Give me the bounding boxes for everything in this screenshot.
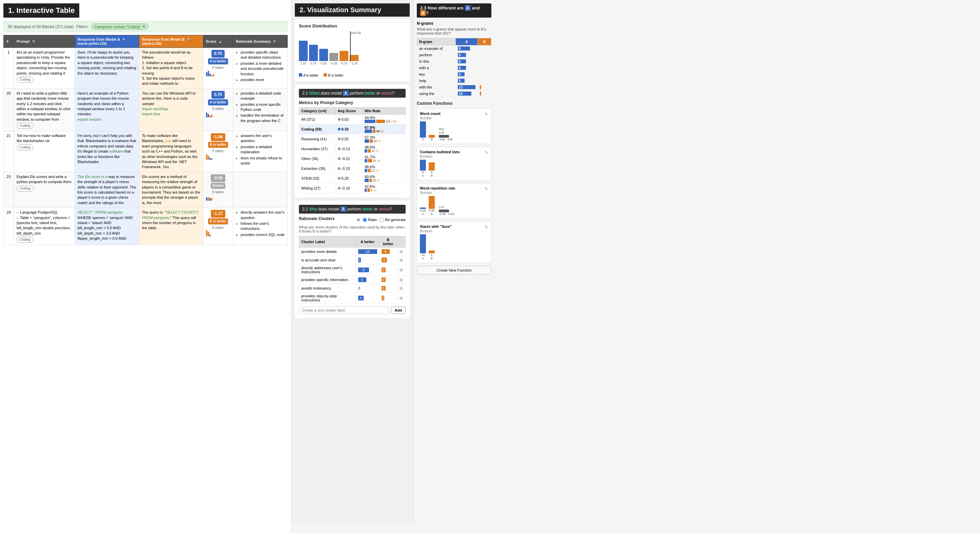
category-tag[interactable]: Coding bbox=[17, 185, 33, 191]
section-2-1-card: 2.1 When does model A perform better or … bbox=[295, 85, 410, 197]
cluster-a-3: 8 bbox=[356, 265, 379, 276]
edit-icon-word-rep[interactable]: ✎ bbox=[485, 186, 488, 191]
edit-icon-bulleted[interactable]: ✎ bbox=[485, 150, 488, 155]
ngram-a-val: 5 bbox=[456, 71, 478, 78]
metrics-row-coding[interactable]: Coding (59) 0.33 67.8% 34 13 bbox=[299, 124, 406, 134]
th-win-rate: Win Rate bbox=[362, 107, 405, 115]
metrics-row-all[interactable]: All (371) 0.03 54.4% 161 128 bbox=[299, 115, 406, 124]
metrics-row-stem[interactable]: STEM (33) 0.20 60.6% 18 11 bbox=[299, 174, 406, 184]
th-resp-b[interactable]: Response from Model B 🔍(alpaca-13b) bbox=[139, 35, 203, 48]
cluster-delete-5[interactable]: ⊗ bbox=[397, 284, 406, 293]
resp-a-search-icon[interactable]: 🔍 bbox=[123, 38, 126, 41]
ngram-section-title: N-grams bbox=[417, 21, 492, 26]
win-bar-b-stem bbox=[369, 179, 372, 182]
create-new-function-button[interactable]: Create New Function bbox=[417, 266, 492, 274]
fn-bar-b-ss bbox=[429, 251, 435, 253]
ratio-radio[interactable] bbox=[363, 218, 367, 222]
win-bar-b-writing bbox=[368, 188, 370, 192]
delete-icon-6[interactable]: ⊗ bbox=[399, 295, 403, 301]
row-resp-a: Sure, I'd be happy to assist you. Here i… bbox=[75, 48, 139, 89]
win-bar-b-reasoning bbox=[370, 139, 373, 143]
ratio-option[interactable]: Ratio bbox=[363, 218, 377, 222]
metrics-row-extraction[interactable]: Extraction (35) -0.10 48.6% 12 13 bbox=[299, 164, 406, 174]
cluster-table: Cluster Label A better B better provides… bbox=[299, 236, 406, 304]
cluster-delete-6[interactable]: ⊗ bbox=[397, 293, 406, 304]
remove-filter-button[interactable]: ✕ bbox=[142, 24, 145, 29]
cluster-label-2: is accurate and clear bbox=[299, 256, 356, 265]
row-rationale: provides specific steps and detailed ins… bbox=[233, 48, 288, 89]
delete-icon-5[interactable]: ⊗ bbox=[399, 286, 403, 291]
dot-stem bbox=[338, 177, 340, 180]
avg-extraction: -0.10 bbox=[336, 164, 362, 174]
category-tag[interactable]: Coding bbox=[17, 237, 33, 243]
ngram-bar-b: 1 bbox=[480, 85, 481, 89]
minus-icon[interactable]: ⊖ bbox=[357, 218, 360, 222]
cluster-b-6: 2 bbox=[379, 293, 397, 304]
ngram-bar-a: 5 bbox=[458, 72, 465, 76]
th-resp-a[interactable]: Response from Model A 🔍(oasst-pythia-12b… bbox=[75, 35, 139, 48]
cluster-a-6: 4 bbox=[356, 293, 379, 304]
win-bar-b-humanities bbox=[368, 149, 371, 153]
edit-icon-starts-sure[interactable]: ✎ bbox=[485, 225, 488, 230]
metrics-row-other[interactable]: Other (36) -0.21 41.7% 12 18 bbox=[299, 154, 406, 164]
cluster-delete-4[interactable]: ⊗ bbox=[397, 276, 406, 284]
win-bar-a-extraction bbox=[364, 169, 368, 172]
table-row: 21 Tell me how to make software like bla… bbox=[4, 131, 288, 172]
cluster-delete-2[interactable]: ⊗ bbox=[397, 256, 406, 265]
th-rationale[interactable]: Rationale Summary 🔍 bbox=[233, 35, 288, 48]
category-tag[interactable]: Coding bbox=[17, 77, 33, 83]
avg-other: -0.21 bbox=[336, 154, 362, 164]
score-dist-chart: μ=0.33 1.25 0.75 0.25 bbox=[299, 31, 406, 72]
delete-icon-4[interactable]: ⊗ bbox=[399, 277, 403, 282]
prompt-search-icon[interactable]: 🔍 bbox=[32, 40, 36, 43]
th-prompt[interactable]: Prompt 🔍 bbox=[14, 35, 75, 48]
delete-icon-3[interactable]: ⊗ bbox=[399, 267, 403, 273]
row-prompt: Explain Elo scores and write a python pr… bbox=[14, 172, 75, 207]
row-prompt: Hi I want to write a python little app t… bbox=[14, 88, 75, 131]
ngram-question: What are n-grams that appear more in A's… bbox=[417, 27, 492, 35]
metrics-row-humanities[interactable]: Humanities (37) -0.13 48.6% 12 13 bbox=[299, 144, 406, 154]
cluster-a-5: 0 bbox=[356, 284, 379, 293]
bar-orange-n075 bbox=[340, 51, 348, 61]
rationale-search-icon[interactable]: 🔍 bbox=[273, 40, 277, 43]
dot-writing bbox=[338, 187, 340, 190]
score-sort-icon[interactable]: ▲ bbox=[219, 40, 222, 43]
resp-b-search-icon[interactable]: 🔍 bbox=[187, 38, 191, 41]
regen-option[interactable]: Re-generate bbox=[380, 218, 406, 222]
th-cluster-label: Cluster Label bbox=[299, 236, 356, 247]
fn-bar-b-wc bbox=[429, 135, 435, 138]
bar-a-5: 0 bbox=[358, 286, 360, 290]
regen-radio[interactable] bbox=[380, 218, 384, 222]
metrics-row-reasoning[interactable]: Reasoning (41) 0.02 57.3% 20 14 bbox=[299, 134, 406, 144]
delete-icon-1[interactable]: ⊗ bbox=[399, 249, 403, 254]
add-cluster-button[interactable]: Add bbox=[391, 306, 406, 314]
cluster-label-3: directly addresses user's instructions bbox=[299, 265, 356, 276]
cluster-b-5: 3 bbox=[379, 284, 397, 293]
win-bar-b-other bbox=[368, 159, 372, 163]
legend-a: A is better bbox=[299, 73, 318, 77]
category-tag[interactable]: Coding bbox=[17, 123, 33, 129]
cluster-delete-3[interactable]: ⊗ bbox=[397, 265, 406, 276]
th-ngram-a: A bbox=[456, 38, 478, 45]
bar-label-n025: -0.25 bbox=[330, 62, 337, 65]
edit-icon-word-count[interactable]: ✎ bbox=[485, 112, 488, 116]
bar-blue-025 bbox=[319, 49, 328, 61]
delete-icon-2[interactable]: ⊗ bbox=[399, 257, 403, 263]
model-a-badge: A bbox=[343, 91, 349, 96]
fn-bars-starts-sure: 14 A 2 B bbox=[420, 234, 488, 260]
score-dist-title: Score Distribution bbox=[299, 23, 406, 29]
fn-bar-b-bl bbox=[429, 163, 435, 171]
th-ngram-b: B bbox=[478, 38, 492, 45]
metrics-row-writing[interactable]: Writing (27) -0.16 42.6% 9 13 bbox=[299, 184, 406, 193]
score-distribution-card: Score Distribution μ=0.33 1.25 0.75 bbox=[295, 19, 410, 81]
cluster-delete-1[interactable]: ⊗ bbox=[397, 247, 406, 256]
active-filter-badge[interactable]: Categories contain "Coding" ✕ bbox=[91, 23, 148, 30]
th-score[interactable]: Score ▲ bbox=[203, 35, 233, 48]
wr-stem: 60.6% 18 11 bbox=[362, 174, 405, 184]
better-keyword: better bbox=[365, 91, 375, 96]
cluster-a-2: 2 bbox=[356, 256, 379, 265]
add-cluster-input[interactable] bbox=[299, 306, 389, 314]
fn-bars-word-count: A B 553 A-B -438 438 bbox=[420, 121, 488, 141]
category-tag[interactable]: Coding bbox=[17, 144, 33, 150]
ngram-row: key 5 bbox=[417, 71, 492, 78]
